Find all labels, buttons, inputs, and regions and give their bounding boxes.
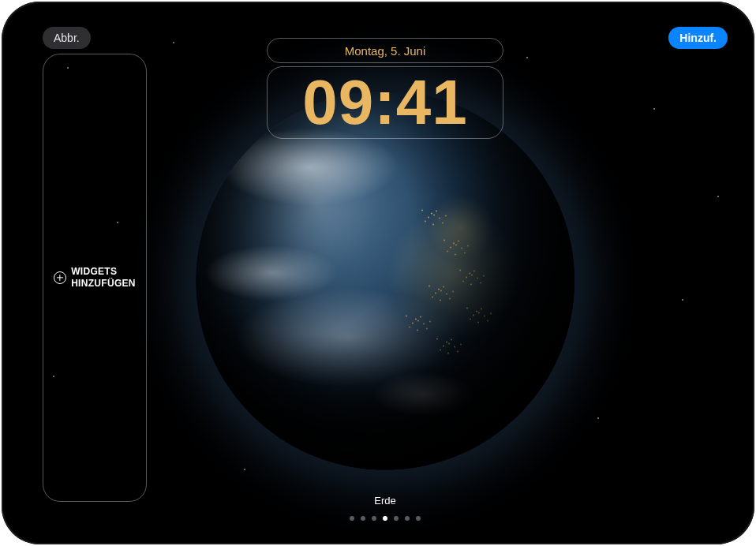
page-dot[interactable] — [405, 516, 410, 521]
page-dot[interactable] — [394, 516, 399, 521]
lockscreen-date: Montag, 5. Juni — [345, 44, 426, 58]
page-dot[interactable] — [361, 516, 365, 521]
page-dot[interactable] — [350, 516, 354, 521]
earth-citylights — [196, 92, 574, 470]
page-dot[interactable] — [416, 516, 421, 521]
wallpaper-earth — [196, 92, 574, 470]
date-widget-slot[interactable]: Montag, 5. Juni — [267, 38, 503, 63]
lockscreen-time: 09:41 — [302, 71, 468, 134]
time-widget-slot[interactable]: 09:41 — [267, 66, 503, 139]
lockscreen-editor: Abbr. Hinzuf. Montag, 5. Juni 09:41 WIDG… — [32, 16, 739, 530]
add-widgets-label: WIDGETS HINZUFÜGEN — [71, 266, 136, 290]
wallpaper-page-indicator[interactable] — [350, 516, 421, 521]
add-widgets-panel[interactable]: WIDGETS HINZUFÜGEN — [43, 54, 147, 502]
ipad-device-frame: Abbr. Hinzuf. Montag, 5. Juni 09:41 WIDG… — [2, 2, 754, 544]
plus-circle-icon — [54, 271, 66, 284]
cancel-button[interactable]: Abbr. — [43, 27, 91, 49]
add-button[interactable]: Hinzuf. — [668, 27, 728, 49]
wallpaper-name-label: Erde — [374, 495, 395, 507]
page-dot[interactable] — [372, 516, 376, 521]
page-dot[interactable] — [383, 516, 387, 521]
